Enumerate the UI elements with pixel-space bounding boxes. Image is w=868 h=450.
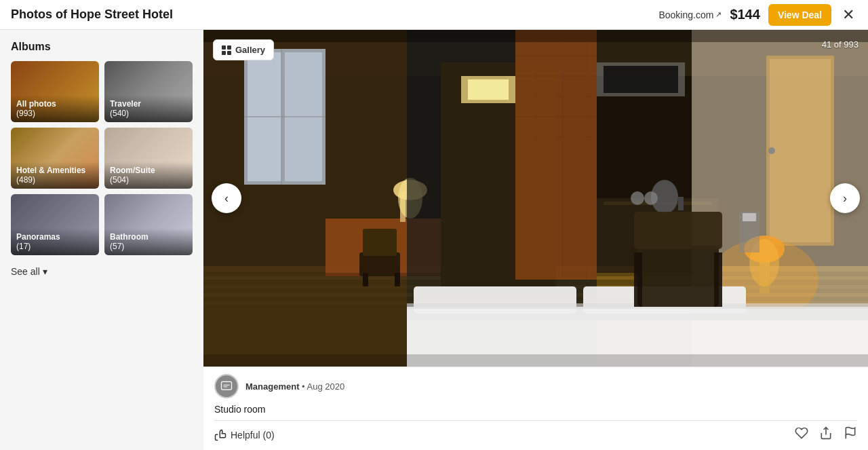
svg-rect-19 — [359, 252, 400, 276]
photo-attribution: Management • Aug 2020 — [214, 374, 857, 398]
svg-rect-21 — [363, 273, 368, 286]
close-button[interactable]: ✕ — [840, 3, 857, 26]
photo-counter: 41 of 993 — [822, 39, 859, 50]
helpful-label: Helpful (0) — [231, 430, 275, 440]
album-label-bathroom: Bathroom (57) — [104, 228, 193, 255]
svg-rect-46 — [770, 59, 831, 242]
flag-icon — [844, 426, 857, 440]
booking-label: Booking.com — [658, 10, 713, 20]
gallery-grid-icon — [222, 45, 231, 55]
photo-divider — [214, 420, 857, 421]
view-deal-button[interactable]: View Deal — [768, 4, 831, 26]
sidebar: Albums All photos (993) Traveler (540) — [0, 30, 203, 450]
svg-rect-54 — [414, 286, 576, 314]
svg-rect-65 — [222, 381, 232, 390]
svg-rect-37 — [604, 66, 678, 93]
svg-rect-27 — [515, 30, 597, 280]
helpful-button[interactable]: Helpful (0) — [214, 429, 275, 441]
svg-rect-63 — [203, 30, 868, 42]
svg-point-43 — [644, 191, 658, 205]
album-item-panoramas[interactable]: Panoramas (17) — [11, 194, 99, 255]
svg-rect-59 — [634, 252, 642, 307]
svg-rect-58 — [634, 212, 722, 249]
album-label-traveler: Traveler (540) — [104, 95, 193, 122]
albums-heading: Albums — [11, 41, 193, 53]
svg-rect-60 — [714, 252, 722, 307]
share-icon — [819, 426, 833, 440]
album-item-room[interactable]: Room/Suite (504) — [104, 128, 193, 189]
svg-rect-62 — [743, 213, 756, 221]
svg-rect-22 — [395, 273, 400, 286]
next-photo-button[interactable]: › — [830, 183, 860, 213]
main-content: Albums All photos (993) Traveler (540) — [0, 30, 868, 450]
svg-rect-41 — [678, 197, 684, 210]
svg-rect-20 — [363, 229, 397, 256]
album-label-all: All photos (993) — [11, 95, 99, 122]
svg-point-42 — [631, 191, 644, 205]
album-item-hotel[interactable]: Hotel & Amenities (489) — [11, 128, 99, 189]
header-actions: Booking.com ↗ $144 View Deal ✕ — [658, 3, 857, 26]
photo-viewer: Gallery 41 of 993 ‹ › — [203, 30, 868, 450]
favorite-button[interactable] — [795, 426, 808, 443]
svg-point-47 — [768, 147, 775, 154]
svg-rect-26 — [468, 79, 509, 100]
action-icons — [795, 426, 857, 443]
chevron-left-icon: ‹ — [224, 191, 229, 206]
album-item-all[interactable]: All photos (993) — [11, 61, 99, 122]
chevron-down-icon: ▾ — [43, 266, 47, 277]
svg-rect-64 — [203, 354, 868, 367]
see-all-button[interactable]: See all ▾ — [11, 263, 47, 280]
attribution-text: Management • Aug 2020 — [245, 381, 344, 392]
album-item-traveler[interactable]: Traveler (540) — [104, 61, 193, 122]
attribution-avatar — [214, 374, 239, 398]
svg-rect-57 — [637, 246, 719, 307]
page-title: Photos of Hope Street Hotel — [11, 7, 173, 22]
photo-main: Gallery 41 of 993 ‹ › — [203, 30, 868, 367]
photo-actions: Helpful (0) — [214, 426, 857, 443]
booking-link[interactable]: Booking.com ↗ — [658, 10, 722, 20]
flag-button[interactable] — [844, 426, 857, 443]
album-item-bathroom[interactable]: Bathroom (57) — [104, 194, 193, 255]
gallery-button[interactable]: Gallery — [213, 39, 274, 60]
album-grid: All photos (993) Traveler (540) Hotel & … — [11, 61, 193, 255]
album-label-room: Room/Suite (504) — [104, 162, 193, 189]
prev-photo-button[interactable]: ‹ — [212, 183, 241, 213]
price-display: $144 — [730, 7, 760, 22]
heart-icon — [795, 426, 808, 440]
chevron-right-icon: › — [843, 191, 847, 206]
thumbs-up-icon — [214, 429, 226, 441]
header: Photos of Hope Street Hotel Booking.com … — [0, 0, 868, 30]
photo-info: Management • Aug 2020 Studio room Helpfu… — [203, 367, 868, 450]
album-label-panoramas: Panoramas (17) — [11, 228, 99, 255]
photo-caption: Studio room — [214, 404, 857, 415]
external-link-icon: ↗ — [715, 10, 722, 19]
album-label-hotel: Hotel & Amenities (489) — [11, 162, 99, 189]
share-button[interactable] — [819, 426, 833, 443]
